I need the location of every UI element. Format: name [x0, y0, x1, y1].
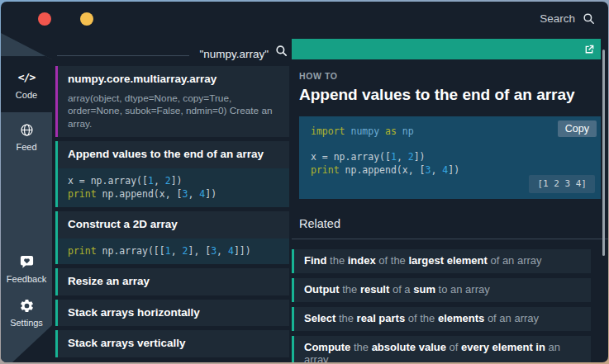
- result-card-howto[interactable]: Append values to the end of an array x =…: [55, 141, 289, 207]
- detail-panel: HOW TO Append values to the end of an ar…: [292, 39, 608, 362]
- search-icon: [269, 45, 288, 59]
- detail-header-bar: [292, 39, 601, 59]
- globe-icon: [19, 121, 35, 138]
- sidebar: </> Code Feed Feedback Settings: [1, 2, 52, 362]
- code-line: print np.array([[1, 2], [3, 4]]): [68, 244, 279, 258]
- sidebar-item-label: Feedback: [7, 274, 46, 284]
- close-button[interactable]: [38, 12, 51, 26]
- result-card-howto[interactable]: Construct a 2D array print np.array([[1,…: [55, 211, 289, 264]
- sidebar-item-label: Settings: [10, 318, 43, 328]
- sidebar-item-label: Code: [16, 90, 37, 100]
- feedback-bubble-icon: [19, 253, 35, 270]
- result-title: Resize an array: [68, 275, 279, 289]
- result-title: numpy.core.multiarray.array: [68, 73, 279, 87]
- sidebar-item-code[interactable]: </> Code: [1, 56, 52, 112]
- result-card-howto[interactable]: Stack arrays horizontally: [55, 300, 289, 327]
- code-line: x = np.array([1, 2]): [311, 150, 589, 164]
- related-list: Find the index of the largest element of…: [292, 249, 608, 362]
- related-item[interactable]: Compute the absolute value of every elem…: [292, 336, 591, 362]
- global-search-label: Search: [540, 12, 575, 25]
- result-code-snippet: x = np.array([1, 2]) print np.append(x, …: [58, 168, 289, 207]
- sidebar-item-feedback[interactable]: Feedback: [1, 253, 52, 284]
- result-title: Stack arrays vertically: [68, 337, 279, 351]
- app-window: Search </> Code Feed Feedback Settings: [1, 2, 608, 362]
- result-code-snippet: print np.array([[1, 2], [3, 4]]): [58, 239, 289, 264]
- sidebar-item-label: Feed: [16, 142, 36, 152]
- gear-icon: [19, 297, 35, 314]
- code-output-value: [1 2 3 4]: [529, 175, 595, 193]
- result-title: Append values to the end of an array: [68, 148, 279, 162]
- code-line: x = np.array([1, 2]): [68, 174, 279, 188]
- detail-title: Append values to the end of an array: [299, 86, 608, 104]
- code-example-block: Copy import numpy as np x = np.array([1,…: [299, 116, 601, 199]
- divider: [292, 239, 608, 239]
- result-description: array(object, dtype=None, copy=True, ord…: [68, 92, 279, 130]
- result-title: Stack arrays horizontally: [68, 306, 279, 320]
- detail-body: HOW TO Append values to the end of an ar…: [292, 59, 608, 362]
- related-item[interactable]: Select the real parts of the elements of…: [292, 307, 591, 331]
- detail-kicker: HOW TO: [299, 71, 608, 81]
- search-icon: [583, 12, 595, 25]
- result-card-howto[interactable]: Resize an array: [55, 268, 289, 295]
- copy-button[interactable]: Copy: [558, 121, 597, 137]
- sidebar-item-feed[interactable]: Feed: [1, 121, 52, 152]
- query-text: "numpy.array": [199, 49, 269, 60]
- global-search[interactable]: Search: [540, 12, 595, 25]
- related-heading: Related: [299, 217, 608, 239]
- result-card-howto[interactable]: Stack arrays vertically: [55, 330, 289, 357]
- related-item[interactable]: Find the index of the largest element of…: [292, 249, 591, 273]
- sidebar-item-settings[interactable]: Settings: [1, 297, 52, 328]
- code-icon: </>: [18, 69, 35, 86]
- scrollbar-thumb[interactable]: [602, 50, 605, 256]
- open-external-icon[interactable]: [583, 44, 595, 55]
- query-input[interactable]: "numpy.array": [57, 41, 288, 59]
- input-underline: [57, 55, 189, 56]
- related-item[interactable]: Output the result of a sum to an array: [292, 278, 591, 302]
- results-panel: "numpy.array" numpy.core.multiarray.arra…: [52, 2, 292, 362]
- result-card-api-doc[interactable]: numpy.core.multiarray.array array(object…: [55, 66, 289, 137]
- results-list: numpy.core.multiarray.array array(object…: [55, 66, 289, 357]
- code-line: print np.append(x, [3, 4]): [68, 187, 279, 201]
- code-line: import numpy as np: [311, 125, 589, 139]
- result-title: Construct a 2D array: [68, 218, 279, 232]
